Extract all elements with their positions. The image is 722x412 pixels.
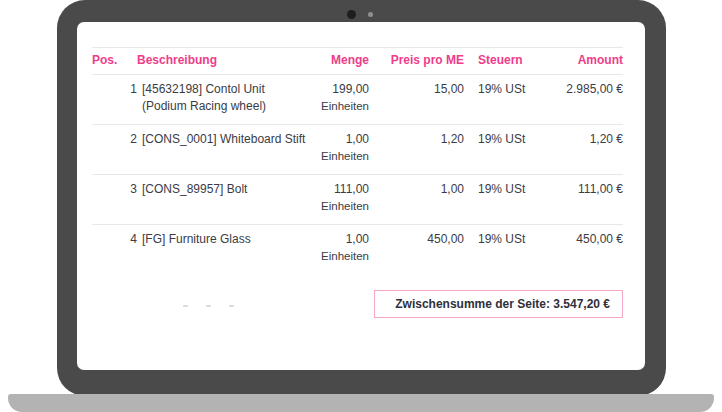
line-unit-price: 15,00: [369, 75, 464, 125]
column-header-beschreibung: Beschreibung: [137, 48, 317, 75]
line-unit-price-text: 15,00: [369, 81, 464, 98]
line-quantity: 111,00Einheiten: [317, 175, 369, 225]
line-description: [45632198] Contol Unit (Podium Racing wh…: [137, 75, 317, 125]
line-pos: 2: [92, 125, 137, 175]
subtotal-row: Zwischensumme der Seite: 3.547,20 €: [77, 290, 623, 318]
line-unit-price: 1,00: [369, 175, 464, 225]
laptop-screen: Pos. Beschreibung Menge Preis pro ME Ste…: [77, 22, 645, 370]
line-tax-text: 19% USt: [478, 131, 546, 148]
line-tax: 19% USt: [464, 75, 546, 125]
line-quantity-text: 199,00: [317, 81, 369, 98]
line-unit-price-text: 1,20: [369, 131, 464, 148]
line-quantity-text: 1,00: [317, 131, 369, 148]
line-pos: 1: [92, 75, 137, 125]
line-quantity: 199,00Einheiten: [317, 75, 369, 125]
laptop-base: [8, 394, 714, 412]
line-amount-text: 1,20 €: [546, 131, 623, 148]
line-amount-text: 2.985,00 €: [546, 81, 623, 98]
line-tax: 19% USt: [464, 225, 546, 275]
laptop-frame: Pos. Beschreibung Menge Preis pro ME Ste…: [57, 0, 666, 396]
line-pos: 4: [92, 225, 137, 275]
line-quantity-text: Einheiten: [317, 198, 369, 215]
line-quantity-text: Einheiten: [317, 248, 369, 265]
table-header-row: Pos. Beschreibung Menge Preis pro ME Ste…: [92, 48, 623, 75]
line-pos-text: 1: [92, 81, 137, 98]
column-header-menge: Menge: [317, 48, 369, 75]
line-tax-text: 19% USt: [478, 181, 546, 198]
column-header-amount: Amount: [546, 48, 623, 75]
line-quantity-text: 111,00: [317, 181, 369, 198]
table-row: 1[45632198] Contol Unit (Podium Racing w…: [92, 75, 623, 125]
line-amount-text: 111,00 €: [546, 181, 623, 198]
camera-icon: [347, 10, 356, 19]
table-row: 2[CONS_0001] Whiteboard Stift1,00Einheit…: [92, 125, 623, 175]
column-header-steuern: Steuern: [464, 48, 546, 75]
line-description: [FG] Furniture Glass: [137, 225, 317, 275]
line-pos-text: 3: [92, 181, 137, 198]
line-tax: 19% USt: [464, 125, 546, 175]
faint-artifact-marks: [183, 305, 234, 307]
line-pos-text: 2: [92, 131, 137, 148]
line-amount: 111,00 €: [546, 175, 623, 225]
line-unit-price: 1,20: [369, 125, 464, 175]
line-tax-text: 19% USt: [478, 81, 546, 98]
table-row: 3[CONS_89957] Bolt111,00Einheiten1,0019%…: [92, 175, 623, 225]
line-quantity-text: Einheiten: [317, 98, 369, 115]
line-quantity: 1,00Einheiten: [317, 225, 369, 275]
line-description: [CONS_0001] Whiteboard Stift: [137, 125, 317, 175]
invoice-line-items-table: Pos. Beschreibung Menge Preis pro ME Ste…: [92, 47, 623, 274]
column-header-preis-pro-me: Preis pro ME: [369, 48, 464, 75]
line-description-text: [CONS_0001] Whiteboard Stift: [142, 131, 309, 148]
page-subtotal-value: 3.547,20 €: [553, 297, 610, 311]
column-header-pos: Pos.: [92, 48, 137, 75]
line-amount: 1,20 €: [546, 125, 623, 175]
line-quantity-text: 1,00: [317, 231, 369, 248]
page-subtotal-label: Zwischensumme der Seite:: [395, 297, 550, 311]
line-amount: 450,00 €: [546, 225, 623, 275]
line-pos-text: 4: [92, 231, 137, 248]
line-unit-price: 450,00: [369, 225, 464, 275]
invoice-table-body: 1[45632198] Contol Unit (Podium Racing w…: [92, 75, 623, 275]
invoice-report: Pos. Beschreibung Menge Preis pro ME Ste…: [77, 47, 645, 370]
line-tax-text: 19% USt: [478, 231, 546, 248]
line-quantity: 1,00Einheiten: [317, 125, 369, 175]
line-unit-price-text: 1,00: [369, 181, 464, 198]
line-amount: 2.985,00 €: [546, 75, 623, 125]
line-amount-text: 450,00 €: [546, 231, 623, 248]
line-quantity-text: Einheiten: [317, 148, 369, 165]
line-pos: 3: [92, 175, 137, 225]
table-row: 4[FG] Furniture Glass1,00Einheiten450,00…: [92, 225, 623, 275]
camera-led-icon: [368, 12, 373, 17]
line-description-text: [FG] Furniture Glass: [142, 231, 309, 248]
page-subtotal-box: Zwischensumme der Seite: 3.547,20 €: [374, 290, 623, 318]
line-description-text: [45632198] Contol Unit (Podium Racing wh…: [142, 81, 309, 115]
line-description: [CONS_89957] Bolt: [137, 175, 317, 225]
line-description-text: [CONS_89957] Bolt: [142, 181, 309, 198]
line-tax: 19% USt: [464, 175, 546, 225]
line-unit-price-text: 450,00: [369, 231, 464, 248]
